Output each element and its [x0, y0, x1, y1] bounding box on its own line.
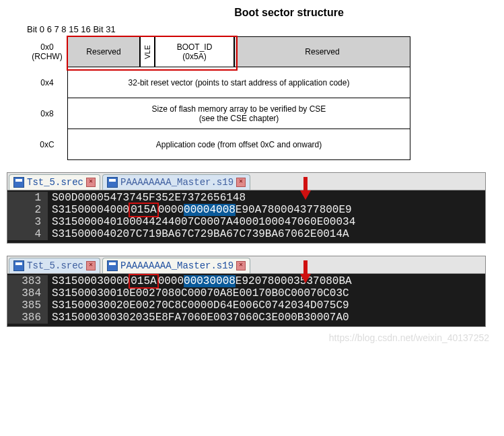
code-text: S31500030020E00270C8C0000D64E006C0742034… [48, 299, 485, 312]
highlight-selection: 00004008 [184, 204, 236, 216]
tab-label: Tst_5.srec [27, 260, 83, 271]
bit0-label: Bit 0 [27, 24, 44, 34]
addr-rchw: (RCHW) [27, 52, 67, 61]
tab-label: PAAAAAAAA_Master.s19 [120, 260, 233, 271]
row-0x4: 0x4 32-bit reset vector (points to start… [27, 67, 497, 98]
tab-bar-2: Tst_5.srec PAAAAAAAA_Master.s19 [7, 256, 485, 274]
line-number: 383 [7, 275, 48, 287]
line-number: 386 [7, 312, 48, 324]
hex-editor-2: Tst_5.srec PAAAAAAAA_Master.s19 383S3150… [7, 256, 486, 327]
tab-tst5-srec[interactable]: Tst_5.srec [9, 258, 100, 273]
addr-0x8: 0x8 [27, 109, 67, 118]
addr-0xC: 0xC [27, 140, 67, 149]
tab-master-s19[interactable]: PAAAAAAAA_Master.s19 [102, 174, 250, 190]
bit31-label: Bit 31 [93, 24, 115, 34]
code-line: 4S315000040207C719BA67C729BA67C739BA6706… [7, 228, 485, 240]
bit8-label: 8 [61, 24, 66, 34]
bit-label-row: Bit 0 6 7 8 15 16 Bit 31 [27, 24, 497, 36]
code-line: 386S315000300302035E8FA7060E0037060C3E00… [7, 312, 485, 324]
code-text: S315000300302035E8FA7060E0037060C3E000B3… [48, 312, 485, 324]
flash-size-cell: Size of flash memory array to be verifie… [67, 98, 410, 129]
tab-tst5-srec[interactable]: Tst_5.srec [9, 174, 100, 190]
reserved-bits16-31: Reserved [234, 36, 410, 67]
row-0x0: 0x0 (RCHW) Reserved VLE BOOT_ID (0x5A) R… [27, 36, 497, 67]
line-number: 3 [7, 216, 48, 228]
diagram-title: Boot sector structure [81, 7, 497, 19]
code-text: S31500004000015A000000004008E90A78000437… [48, 204, 485, 216]
tab-bar-1: Tst_5.srec PAAAAAAAA_Master.s19 [7, 173, 485, 190]
addr-0x0: 0x0 [27, 42, 67, 52]
line-number: 4 [7, 228, 48, 240]
bit6-label: 6 [47, 24, 52, 34]
code-text: S315000040100044244007C0007A400010004706… [48, 216, 485, 228]
code-text: S315000040207C719BA67C729BA67C739BA67062… [48, 228, 485, 240]
bit7-label: 7 [55, 24, 59, 34]
tab-label: Tst_5.srec [27, 177, 83, 188]
app-code-cell: Application code (from offset 0xC and on… [67, 129, 410, 160]
highlight-box-red: 015A [129, 203, 158, 217]
line-number: 1 [7, 192, 48, 204]
code-area-1[interactable]: 1S00D00005473745F352E73726561482S3150000… [7, 190, 485, 243]
line-number: 2 [7, 204, 48, 216]
tab-master-s19[interactable]: PAAAAAAAA_Master.s19 [102, 258, 250, 273]
code-line: 2S31500004000015A000000004008E90A7800043… [7, 204, 485, 216]
row-0x8: 0x8 Size of flash memory array to be ver… [27, 98, 497, 129]
close-icon[interactable] [86, 178, 96, 187]
save-icon [107, 177, 118, 188]
addr-0x4: 0x4 [27, 78, 67, 87]
boot-id-cell: BOOT_ID (0x5A) [155, 36, 234, 67]
watermark: https://blog.csdn.net/weixin_40137252 [7, 332, 497, 343]
arrow-icon [298, 260, 313, 283]
arrow-icon [298, 177, 313, 200]
code-line: 3S315000040100044244007C0007A40001000470… [7, 216, 485, 228]
line-number: 384 [7, 287, 48, 299]
code-text: S00D00005473745F352E7372656148 [48, 192, 485, 204]
reset-vector-cell: 32-bit reset vector (points to start add… [67, 67, 410, 98]
save-icon [13, 260, 24, 271]
code-area-2[interactable]: 383S31500030000015A000000030008E92078000… [7, 274, 485, 326]
close-icon[interactable] [86, 261, 96, 270]
line-number: 385 [7, 299, 48, 312]
bit16-label: 16 [81, 24, 90, 34]
code-line: 384S31500030010E0027080C00070A8E00170B0C… [7, 287, 485, 299]
close-icon[interactable] [236, 261, 246, 270]
highlight-box-red: 015A [129, 274, 158, 289]
code-text: S31500030010E0027080C00070A8E00170B0C000… [48, 287, 485, 299]
tab-label: PAAAAAAAA_Master.s19 [120, 177, 233, 188]
bit15-label: 15 [69, 24, 78, 34]
code-line: 385S31500030020E00270C8C0000D64E006C0742… [7, 299, 485, 312]
close-icon[interactable] [236, 178, 246, 187]
reserved-bits0-6: Reserved [67, 36, 140, 67]
vle-cell: VLE [140, 36, 155, 67]
code-text: S31500030000015A000000030008E92078000353… [48, 275, 485, 287]
code-line: 383S31500030000015A000000030008E92078000… [7, 275, 485, 287]
highlight-selection: 00030008 [184, 275, 236, 287]
code-line: 1S00D00005473745F352E7372656148 [7, 192, 485, 204]
save-icon [13, 177, 24, 188]
save-icon [107, 260, 118, 271]
hex-editor-1: Tst_5.srec PAAAAAAAA_Master.s19 1S00D000… [7, 172, 486, 244]
row-0xC: 0xC Application code (from offset 0xC an… [27, 129, 497, 160]
